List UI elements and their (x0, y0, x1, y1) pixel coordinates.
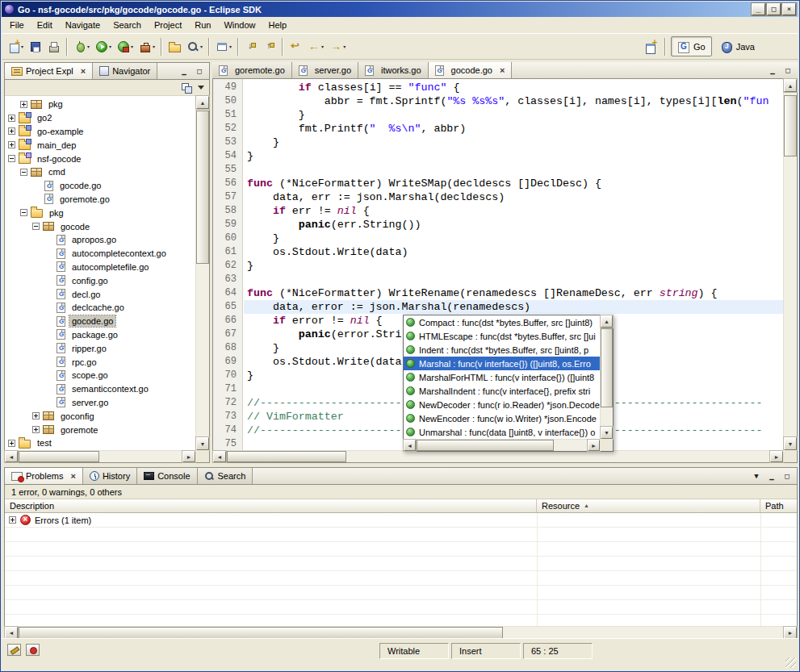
minimize-pane-icon[interactable]: ▁ (177, 65, 191, 77)
menu-help[interactable]: Help (262, 18, 294, 32)
problems-horizontal-scrollbar[interactable]: ◄ ► (5, 626, 797, 639)
next-annotation-button[interactable] (242, 39, 260, 55)
problems-row[interactable]: Errors (1 item) (5, 513, 797, 528)
collapse-icon[interactable] (8, 155, 15, 162)
tab-gocode-go[interactable]: gocode.go× (429, 62, 513, 78)
tree-item[interactable]: rpc.go (5, 355, 195, 369)
error-log-icon[interactable] (26, 644, 40, 656)
scroll-up-icon[interactable]: ▲ (196, 96, 209, 109)
menu-window[interactable]: Window (217, 18, 262, 32)
tree-item[interactable]: ripper.go (5, 341, 195, 355)
completion-item[interactable]: Indent : func(dst *bytes.Buffer, src []u… (404, 343, 600, 357)
tree-item[interactable]: test (5, 436, 195, 450)
scroll-left-icon[interactable]: ◄ (213, 451, 226, 462)
run-last-button[interactable]: ▾ (115, 39, 136, 55)
completion-item[interactable]: MarshalForHTML : func(v interface{}) ([]… (404, 370, 600, 384)
project-tree[interactable]: pkggo2go-examplemain_depnsf-gocodecmdgoc… (5, 96, 195, 450)
editor-hscrollbar-thumb[interactable] (227, 451, 346, 462)
run-last-dropdown-icon[interactable]: ▾ (131, 44, 133, 49)
debug-dropdown-icon[interactable]: ▾ (87, 44, 90, 49)
scroll-down-icon[interactable]: ▼ (196, 437, 209, 450)
tree-item[interactable]: goconfig (5, 409, 195, 423)
problems-hscrollbar-thumb[interactable] (19, 627, 503, 639)
tree-hscrollbar-thumb[interactable] (19, 451, 99, 462)
open-resource-button[interactable] (165, 39, 183, 55)
scroll-left-icon[interactable]: ◄ (404, 440, 416, 451)
tree-item[interactable]: gocode.go (5, 179, 195, 193)
column-header-path[interactable]: Path (760, 499, 797, 512)
tree-item[interactable]: gocode (5, 219, 195, 233)
tab-history[interactable]: History (83, 468, 137, 484)
tree-item[interactable]: decl.go (5, 287, 195, 301)
scroll-right-icon[interactable]: ► (784, 627, 797, 639)
popup-scrollbar-thumb[interactable] (601, 328, 613, 407)
run-dropdown-icon[interactable]: ▾ (109, 44, 111, 49)
completion-item[interactable]: NewDecoder : func(r io.Reader) *json.Dec… (404, 398, 600, 411)
minimize-pane-icon[interactable]: ▁ (765, 64, 780, 77)
tab-console[interactable]: Console (137, 468, 197, 484)
close-icon[interactable]: × (500, 66, 505, 74)
tab-navigator[interactable]: Navigator (93, 63, 157, 79)
tree-item[interactable]: pkg (5, 206, 195, 219)
collapse-icon[interactable] (20, 209, 27, 216)
forward-button[interactable]: ▾ (327, 39, 348, 55)
expand-icon[interactable] (8, 115, 15, 122)
new-wizard-dropdown-icon[interactable]: ▾ (21, 44, 23, 49)
perspective-go-button[interactable]: Go (671, 36, 712, 56)
maximize-button[interactable]: □ (767, 3, 781, 15)
print-button[interactable] (45, 39, 63, 55)
tree-item[interactable]: gocode.go (5, 315, 195, 328)
run-button[interactable]: ▾ (93, 39, 114, 55)
tree-scrollbar-thumb[interactable] (196, 111, 209, 264)
tree-item[interactable]: go-example (5, 125, 195, 139)
column-header-description[interactable]: Description (5, 499, 537, 512)
view-menu-icon[interactable]: ▼ (749, 470, 764, 482)
maximize-pane-icon[interactable]: □ (780, 470, 794, 482)
back-button[interactable]: ▾ (305, 39, 326, 55)
editor-horizontal-scrollbar[interactable]: ◄ ► (213, 450, 783, 462)
tree-item[interactable]: semanticcontext.go (5, 382, 195, 396)
tree-horizontal-scrollbar[interactable]: ◄ ► (5, 450, 195, 462)
completion-item[interactable]: NewEncoder : func(w io.Writer) *json.Enc… (404, 411, 600, 425)
maximize-pane-icon[interactable]: □ (192, 65, 207, 77)
external-tools-dropdown-icon[interactable]: ▾ (153, 44, 155, 49)
tree-item[interactable]: pkg (5, 98, 195, 111)
expand-icon[interactable] (8, 440, 15, 447)
previous-annotation-button[interactable] (261, 39, 279, 55)
external-tools-button[interactable]: ▾ (136, 39, 157, 55)
tree-item[interactable]: cmd (5, 165, 195, 179)
expand-icon[interactable] (9, 516, 16, 524)
completion-item[interactable]: Unmarshal : func(data []uint8, v interfa… (404, 425, 600, 439)
menu-project[interactable]: Project (148, 18, 188, 32)
completion-item[interactable]: Compact : func(dst *bytes.Buffer, src []… (404, 315, 600, 329)
scroll-right-icon[interactable]: ► (588, 440, 600, 451)
back-dropdown-icon[interactable]: ▾ (321, 44, 324, 49)
open-view-button[interactable]: ▾ (213, 39, 234, 55)
expand-icon[interactable] (8, 127, 15, 135)
search-button[interactable]: ▾ (184, 39, 205, 55)
tree-vertical-scrollbar[interactable]: ▲ ▼ (195, 96, 209, 450)
open-perspective-button[interactable] (642, 39, 660, 55)
collapse-all-icon[interactable] (181, 82, 193, 93)
menu-run[interactable]: Run (188, 18, 217, 32)
scroll-left-icon[interactable]: ◄ (5, 451, 18, 462)
completion-list[interactable]: Compact : func(dst *bytes.Buffer, src []… (404, 315, 600, 439)
tab-project-expl[interactable]: Project Expl× (5, 63, 93, 79)
fast-view-icon[interactable] (7, 644, 21, 656)
editor-scrollbar-thumb[interactable] (784, 95, 797, 157)
tab-search[interactable]: Search (198, 468, 253, 484)
tree-item[interactable]: declcache.go (5, 301, 195, 315)
popup-hscrollbar-thumb[interactable] (417, 440, 554, 451)
forward-dropdown-icon[interactable]: ▾ (343, 44, 346, 49)
menu-navigate[interactable]: Navigate (59, 18, 107, 32)
expand-icon[interactable] (32, 412, 40, 419)
tree-item[interactable]: goremote.go (5, 193, 195, 207)
debug-button[interactable]: ▾ (71, 39, 92, 55)
tree-item[interactable]: package.go (5, 328, 195, 342)
tree-item[interactable]: autocompletecontext.go (5, 247, 195, 261)
title-bar[interactable]: Go - nsf-gocode/src/pkg/gocode/gocode.go… (2, 2, 798, 17)
tree-item[interactable]: autocompletefile.go (5, 261, 195, 274)
tree-item[interactable]: server.go (5, 396, 195, 410)
resize-grip[interactable] (785, 657, 796, 668)
expand-icon[interactable] (8, 141, 15, 148)
